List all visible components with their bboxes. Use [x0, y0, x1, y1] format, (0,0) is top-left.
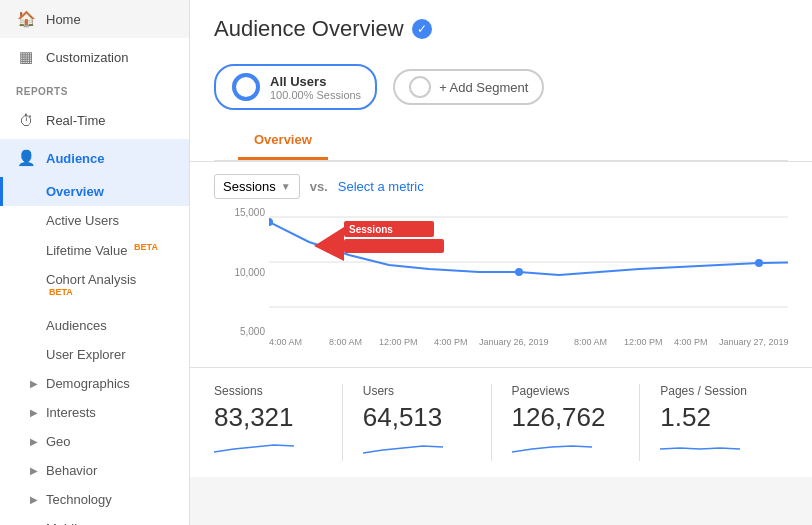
annotation-arrow-icon: Sessions	[264, 217, 464, 277]
svg-text:January 26, 2019: January 26, 2019	[479, 337, 549, 347]
metric-selector: Sessions ▼ vs. Select a metric	[214, 174, 788, 199]
dropdown-arrow-icon: ▼	[281, 181, 291, 192]
sidebar-collapsible-demographics[interactable]: ▶ Demographics	[0, 369, 189, 398]
arrow-annotation: Sessions	[264, 217, 424, 277]
sidebar-subitem-user-explorer[interactable]: User Explorer	[0, 340, 189, 369]
stat-label-users: Users	[363, 384, 471, 398]
sidebar-subitem-audiences[interactable]: Audiences	[0, 311, 189, 340]
select-metric-link[interactable]: Select a metric	[338, 179, 424, 194]
chevron-right-icon: ▶	[30, 378, 38, 389]
home-icon: 🏠	[16, 9, 36, 29]
sidebar-item-home[interactable]: 🏠 Home	[0, 0, 189, 38]
svg-text:12:00 PM: 12:00 PM	[624, 337, 663, 347]
clock-icon: ⏱	[16, 110, 36, 130]
svg-text:4:00 PM: 4:00 PM	[674, 337, 708, 347]
svg-text:12:00 PM: 12:00 PM	[379, 337, 418, 347]
svg-text:8:00 AM: 8:00 AM	[329, 337, 362, 347]
beta-badge-lifetime: BETA	[134, 242, 158, 252]
verified-icon: ✓	[412, 19, 432, 39]
chevron-right-icon: ▶	[30, 436, 38, 447]
stat-pageviews: Pageviews 126,762	[512, 384, 641, 461]
sparkline-pages-session	[660, 437, 768, 461]
sidebar-item-realtime[interactable]: ⏱ Real-Time	[0, 101, 189, 139]
sidebar-collapsible-geo[interactable]: ▶ Geo	[0, 427, 189, 456]
segment-name: All Users	[270, 74, 361, 89]
sidebar-item-customization[interactable]: ▦ Customization	[0, 38, 189, 76]
svg-text:8:00 AM: 8:00 AM	[574, 337, 607, 347]
y-axis: 15,000 10,000 5,000	[214, 207, 269, 337]
vs-label: vs.	[310, 179, 328, 194]
stat-value-pageviews: 126,762	[512, 402, 620, 433]
stat-label-pages-session: Pages / Session	[660, 384, 768, 398]
person-icon: 👤	[16, 148, 36, 168]
chevron-right-icon: ▶	[30, 465, 38, 476]
sessions-dropdown[interactable]: Sessions ▼	[214, 174, 300, 199]
chevron-right-icon: ▶	[30, 407, 38, 418]
svg-text:4:00 PM: 4:00 PM	[434, 337, 468, 347]
beta-badge-cohort: BETA	[49, 287, 73, 297]
svg-point-7	[755, 259, 763, 267]
stat-value-sessions: 83,321	[214, 402, 322, 433]
main-content: Audience Overview ✓ All Users 100.00% Se…	[190, 0, 812, 525]
sidebar-subitem-cohort-analysis[interactable]: Cohort Analysis BETA	[0, 265, 189, 310]
stats-row: Sessions 83,321 Users 64,513 Pageviews 1…	[190, 367, 812, 477]
reports-section-header: REPORTS	[0, 76, 189, 101]
sidebar-item-audience[interactable]: 👤 Audience	[0, 139, 189, 177]
segment-sessions: 100.00% Sessions	[270, 89, 361, 101]
svg-text:January 27, 2019: January 27, 2019	[719, 337, 788, 347]
svg-point-6	[515, 268, 523, 276]
tab-overview[interactable]: Overview	[238, 122, 328, 160]
add-segment-button[interactable]: + Add Segment	[393, 69, 544, 105]
y-label-0: 15,000	[214, 207, 265, 218]
sidebar-subitem-lifetime-value[interactable]: Lifetime Value BETA	[0, 235, 189, 265]
svg-text:Sessions: Sessions	[349, 224, 393, 235]
sidebar: 🏠 Home ▦ Customization REPORTS ⏱ Real-Ti…	[0, 0, 190, 525]
y-label-1: 10,000	[214, 267, 265, 278]
tabs-bar: Overview	[214, 122, 788, 161]
stat-label-sessions: Sessions	[214, 384, 322, 398]
main-header: Audience Overview ✓ All Users 100.00% Se…	[190, 0, 812, 162]
bottom-area	[190, 477, 812, 515]
sidebar-subitem-active-users[interactable]: Active Users	[0, 206, 189, 235]
svg-point-1	[234, 75, 258, 99]
stat-label-pageviews: Pageviews	[512, 384, 620, 398]
sparkline-sessions	[214, 437, 322, 461]
segment-bar: All Users 100.00% Sessions + Add Segment	[214, 54, 788, 122]
sidebar-collapsible-behavior[interactable]: ▶ Behavior	[0, 456, 189, 485]
svg-text:4:00 AM: 4:00 AM	[269, 337, 302, 347]
sidebar-collapsible-interests[interactable]: ▶ Interests	[0, 398, 189, 427]
add-segment-circle	[409, 76, 431, 98]
stat-sessions: Sessions 83,321	[214, 384, 343, 461]
sidebar-collapsible-mobile[interactable]: ▶ Mobile	[0, 514, 189, 525]
segment-donut-icon	[230, 71, 262, 103]
chart-area: Sessions ▼ vs. Select a metric 15,000 10…	[190, 162, 812, 367]
y-label-2: 5,000	[214, 326, 265, 337]
all-users-segment[interactable]: All Users 100.00% Sessions	[214, 64, 377, 110]
sparkline-users	[363, 437, 471, 461]
stat-pages-per-session: Pages / Session 1.52	[660, 384, 788, 461]
sidebar-subitem-overview[interactable]: Overview	[0, 177, 189, 206]
chart-wrapper: 15,000 10,000 5,000 4:00 AM 8:00 AM 12:0…	[214, 207, 788, 367]
svg-rect-18	[344, 239, 444, 253]
sparkline-pageviews	[512, 437, 620, 461]
stat-value-users: 64,513	[363, 402, 471, 433]
page-title-row: Audience Overview ✓	[214, 16, 788, 42]
stat-users: Users 64,513	[363, 384, 492, 461]
stat-value-pages-session: 1.52	[660, 402, 768, 433]
sidebar-collapsible-technology[interactable]: ▶ Technology	[0, 485, 189, 514]
page-title: Audience Overview	[214, 16, 404, 42]
grid-icon: ▦	[16, 47, 36, 67]
segment-info: All Users 100.00% Sessions	[270, 74, 361, 101]
chevron-right-icon: ▶	[30, 494, 38, 505]
svg-marker-19	[314, 227, 344, 261]
